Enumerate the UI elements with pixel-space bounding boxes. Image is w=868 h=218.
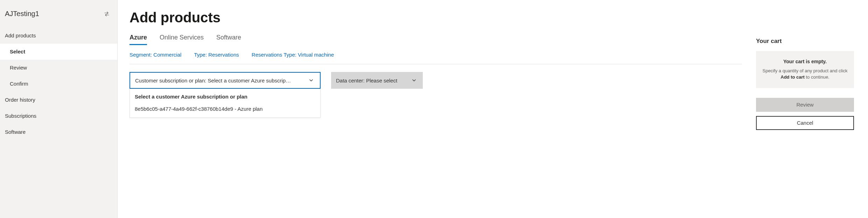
sidebar-header: AJTesting1 (0, 0, 117, 28)
chevron-down-icon (309, 78, 314, 83)
sidebar-item-add-products[interactable]: Add products (0, 28, 117, 44)
subscription-listbox-option[interactable]: 8e5b6c05-a477-4a49-662f-c38760b14de9 - A… (130, 102, 320, 117)
swap-icon[interactable] (104, 11, 110, 17)
sidebar-item-confirm[interactable]: Confirm (0, 76, 117, 92)
chevron-down-icon (412, 78, 416, 83)
subscription-dropdown: Customer subscription or plan: Select a … (130, 72, 321, 118)
tab-azure[interactable]: Azure (130, 34, 147, 45)
cart-empty-title: Your cart is empty. (762, 59, 848, 64)
main: Add products AzureOnline ServicesSoftwar… (118, 0, 868, 218)
filter-link-0[interactable]: Segment: Commercial (130, 52, 181, 58)
sidebar-item-order-history[interactable]: Order history (0, 92, 117, 108)
subscription-dropdown-listbox: Select a customer Azure subscription or … (130, 89, 321, 118)
sidebar-item-select[interactable]: Select (0, 44, 117, 60)
cart-empty-bold: Add to cart (780, 74, 805, 80)
tab-online-services[interactable]: Online Services (160, 34, 204, 45)
sidebar-nav: Add productsSelectReviewConfirmOrder his… (0, 28, 117, 140)
tab-row: AzureOnline ServicesSoftware (130, 34, 742, 45)
cancel-button[interactable]: Cancel (756, 116, 854, 130)
sidebar-item-review[interactable]: Review (0, 60, 117, 76)
datacenter-dropdown: Data center: Please select (331, 72, 423, 89)
tab-software[interactable]: Software (216, 34, 241, 45)
review-button: Review (756, 98, 854, 112)
datacenter-dropdown-text: Data center: Please select (336, 78, 397, 83)
cart-empty-pre: Specify a quantity of any product and cl… (763, 68, 848, 73)
subscription-dropdown-text: Customer subscription or plan: Select a … (135, 78, 291, 83)
page-title: Add products (130, 10, 742, 26)
sidebar-item-subscriptions[interactable]: Subscriptions (0, 108, 117, 124)
sidebar: AJTesting1 Add productsSelectReviewConfi… (0, 0, 118, 218)
content-column: Add products AzureOnline ServicesSoftwar… (130, 10, 742, 218)
cart-empty-box: Your cart is empty. Specify a quantity o… (756, 51, 854, 88)
filter-row: Segment: CommercialType: ReservationsRes… (130, 52, 742, 64)
sidebar-item-software[interactable]: Software (0, 124, 117, 140)
subscription-listbox-header: Select a customer Azure subscription or … (130, 89, 320, 102)
cart-empty-text: Specify a quantity of any product and cl… (762, 68, 848, 80)
dropdown-row: Customer subscription or plan: Select a … (130, 72, 742, 118)
cart-column: Your cart Your cart is empty. Specify a … (756, 10, 854, 218)
subscription-dropdown-button[interactable]: Customer subscription or plan: Select a … (130, 72, 321, 89)
sidebar-title: AJTesting1 (5, 10, 39, 18)
cart-heading: Your cart (756, 38, 854, 45)
cart-empty-post: to continue. (805, 74, 830, 80)
filter-link-1[interactable]: Type: Reservations (194, 52, 239, 58)
filter-link-2[interactable]: Reservations Type: Virtual machine (252, 52, 334, 58)
datacenter-dropdown-button: Data center: Please select (331, 72, 423, 89)
